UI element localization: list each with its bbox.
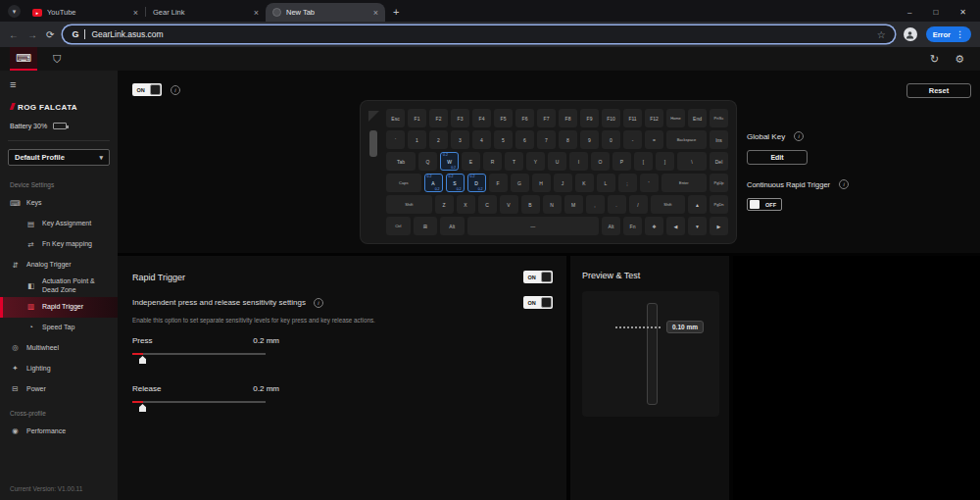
key-s[interactable]: 0.20.2S — [446, 174, 465, 192]
key-sym[interactable]: ▶ — [710, 217, 728, 235]
url-text[interactable]: GearLink.asus.com — [91, 29, 870, 39]
key-backspace[interactable]: Backspace — [666, 130, 707, 149]
key-pgup[interactable]: PgUp — [710, 174, 728, 192]
master-toggle[interactable]: ON — [132, 83, 162, 96]
key-j[interactable]: J — [554, 174, 572, 192]
preview-test-area[interactable]: 0.10 mm — [582, 291, 719, 417]
key-f12[interactable]: F12 — [645, 109, 663, 127]
key-sym[interactable]: [ — [634, 152, 653, 171]
key-shift[interactable]: Shift — [386, 195, 432, 214]
forward-icon[interactable]: → — [27, 29, 37, 40]
key-n[interactable]: N — [543, 195, 562, 214]
key-f11[interactable]: F11 — [623, 109, 642, 127]
key-shift[interactable]: Shift — [651, 195, 686, 214]
key-5[interactable]: 5 — [494, 130, 513, 149]
key-sym[interactable]: - — [623, 130, 642, 149]
continuous-rapid-trigger-toggle[interactable]: OFF — [747, 198, 782, 211]
key-end[interactable]: End — [688, 109, 707, 127]
sidebar-item-keys[interactable]: ⌨Keys — [0, 193, 118, 214]
sidebar-item-key-assignment[interactable]: ▤Key Assignment — [0, 214, 118, 234]
hamburger-icon[interactable]: ≡ — [0, 71, 118, 96]
key-sym[interactable]: — — [467, 217, 600, 235]
key-h[interactable]: H — [532, 174, 551, 192]
key-7[interactable]: 7 — [537, 130, 556, 149]
key-r[interactable]: R — [483, 152, 502, 171]
address-bar[interactable]: G GearLink.asus.com ☆ — [63, 25, 894, 43]
key-sym[interactable]: . — [608, 195, 626, 214]
key-alt[interactable]: Alt — [602, 217, 620, 235]
key-2[interactable]: 2 — [429, 130, 448, 149]
browser-tab-youtube[interactable]: ▸YouTube× — [25, 3, 145, 22]
key-ins[interactable]: Ins — [710, 130, 728, 149]
sidebar-item-lighting[interactable]: ✦Lighting — [0, 359, 118, 379]
info-icon[interactable]: i — [171, 85, 180, 95]
key-4[interactable]: 4 — [472, 130, 491, 149]
key-l[interactable]: L — [597, 174, 615, 192]
key-q[interactable]: Q — [418, 152, 437, 171]
app-tab-store[interactable]: ⛉ — [43, 47, 71, 71]
key-f5[interactable]: F5 — [494, 109, 513, 127]
key-pgdn[interactable]: PgDn — [710, 195, 728, 214]
key-o[interactable]: O — [591, 152, 610, 171]
browser-tab-new-tab[interactable]: New Tab× — [266, 3, 385, 22]
kebab-icon[interactable]: ⋮ — [956, 29, 964, 39]
sidebar-item-performance[interactable]: ◉Performance — [0, 422, 118, 442]
new-tab-button[interactable]: + — [393, 6, 399, 18]
key-c[interactable]: C — [478, 195, 497, 214]
window-close-icon[interactable]: ✕ — [959, 8, 966, 17]
key-sym[interactable]: ; — [618, 174, 637, 192]
key-6[interactable]: 6 — [515, 130, 534, 149]
key-f1[interactable]: F1 — [408, 109, 426, 127]
multiwheel-control[interactable] — [369, 130, 377, 157]
key-k[interactable]: K — [575, 174, 594, 192]
press-slider[interactable] — [132, 350, 266, 365]
key-f[interactable]: F — [489, 174, 508, 192]
key-caps[interactable]: Caps — [386, 174, 421, 192]
key-sym[interactable]: = — [645, 130, 663, 149]
key-w[interactable]: 0.20.2W — [440, 152, 459, 171]
app-tab-device[interactable]: ⌨ — [10, 47, 37, 71]
sidebar-item-speed-tap[interactable]: ◔Speed Tap — [0, 318, 118, 338]
sidebar-item-fn-key-mapping[interactable]: ⇄Fn Key mapping — [0, 234, 118, 255]
key-i[interactable]: I — [569, 152, 588, 171]
key-f3[interactable]: F3 — [451, 109, 469, 127]
key-u[interactable]: U — [548, 152, 566, 171]
key-p[interactable]: P — [612, 152, 631, 171]
key-sym[interactable]: ] — [656, 152, 674, 171]
key-8[interactable]: 8 — [559, 130, 577, 149]
slider-handle[interactable] — [139, 356, 146, 364]
key-y[interactable]: Y — [526, 152, 545, 171]
back-icon[interactable]: ← — [9, 29, 19, 40]
edit-button[interactable]: Edit — [747, 150, 808, 165]
key-f6[interactable]: F6 — [515, 109, 534, 127]
key-alt[interactable]: Alt — [440, 217, 465, 235]
close-icon[interactable]: × — [254, 8, 259, 18]
key-f2[interactable]: F2 — [429, 109, 448, 127]
key-sym[interactable]: ' — [640, 174, 659, 192]
key-3[interactable]: 3 — [451, 130, 469, 149]
key-t[interactable]: T — [505, 152, 523, 171]
key-del[interactable]: Del — [710, 152, 728, 171]
profile-avatar[interactable] — [904, 27, 917, 41]
key-f10[interactable]: F10 — [602, 109, 620, 127]
sidebar-item-actuation-point-dead-zone[interactable]: ◧Actuation Point & Dead Zone — [0, 275, 118, 297]
key-z[interactable]: Z — [435, 195, 454, 214]
star-icon[interactable]: ☆ — [877, 29, 886, 40]
key-b[interactable]: B — [521, 195, 540, 214]
key-f7[interactable]: F7 — [537, 109, 556, 127]
key-e[interactable]: E — [462, 152, 480, 171]
reset-button[interactable]: Reset — [906, 83, 971, 98]
key-sym[interactable]: ▼ — [688, 217, 707, 235]
info-icon[interactable]: i — [314, 298, 323, 308]
release-slider[interactable] — [132, 398, 266, 413]
close-icon[interactable]: × — [133, 8, 138, 18]
info-icon[interactable]: i — [839, 179, 849, 189]
independent-sensitivity-toggle[interactable]: ON — [523, 296, 553, 309]
key-sym[interactable]: ▲ — [688, 195, 707, 214]
key-v[interactable]: V — [500, 195, 518, 214]
key-sym[interactable]: , — [586, 195, 605, 214]
key-esc[interactable]: Esc — [386, 109, 405, 127]
sidebar-item-analog-trigger[interactable]: ⇵Analog Trigger — [0, 255, 118, 275]
key-tab[interactable]: Tab — [386, 152, 416, 171]
key-m[interactable]: M — [564, 195, 583, 214]
